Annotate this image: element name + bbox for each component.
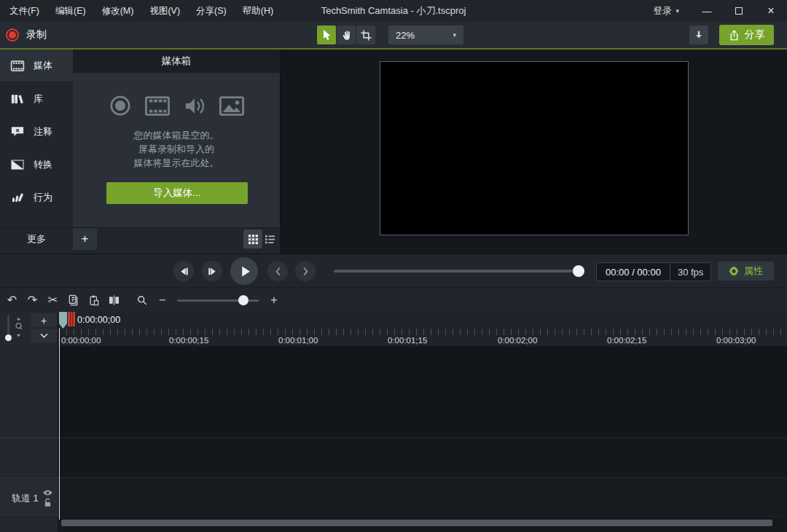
close-button[interactable]: × xyxy=(755,0,787,22)
add-media-button[interactable]: + xyxy=(73,228,97,250)
hand-icon xyxy=(341,30,352,41)
select-tool-button[interactable] xyxy=(317,26,336,44)
sidebar-more-button[interactable]: 更多 xyxy=(0,227,73,254)
track1-lane[interactable] xyxy=(58,477,787,517)
minimize-icon: — xyxy=(702,6,712,17)
menu-file[interactable]: 文件(F) xyxy=(1,0,47,22)
login-menu[interactable]: 登录 ▾ xyxy=(641,5,691,17)
timeline: + 轨道 1 0:00:00;00 0:00:00;15 0:0 xyxy=(0,312,787,532)
playback-bar: 00:00 / 00:00 30 fps 属性 xyxy=(0,254,787,287)
plus-icon: + xyxy=(82,232,89,246)
next-frame-button[interactable] xyxy=(202,261,222,281)
sidebar-item-label: 库 xyxy=(34,93,43,106)
crop-tool-button[interactable] xyxy=(356,26,375,44)
timecode-value: 00:00 / 00:00 xyxy=(597,263,670,281)
timeline-toolbar: ↶ ↷ ✂ − + xyxy=(0,287,787,312)
gear-icon xyxy=(729,266,739,276)
fps-value[interactable]: 30 fps xyxy=(670,263,710,281)
svg-text:a: a xyxy=(16,127,20,133)
edit-tools: ↶ ↷ ✂ xyxy=(4,288,122,313)
share-label: 分享 xyxy=(745,28,765,42)
import-media-button[interactable]: 导入媒体... xyxy=(106,182,248,204)
sidebar-item-annotations[interactable]: a 注释 xyxy=(0,115,73,148)
seek-slider-thumb[interactable] xyxy=(573,265,584,277)
split-button[interactable] xyxy=(106,292,122,309)
properties-button[interactable]: 属性 xyxy=(718,262,774,281)
scissors-icon: ✂ xyxy=(48,294,58,306)
list-view-button[interactable] xyxy=(261,230,280,249)
add-track-button[interactable]: + xyxy=(31,313,57,327)
menu-help[interactable]: 帮助(H) xyxy=(235,0,281,22)
sidebar-item-media[interactable]: 媒体 xyxy=(0,50,73,82)
main-area: 媒体 库 a 注释 转换 xyxy=(0,50,787,254)
copy-button[interactable] xyxy=(66,292,81,309)
empty-text-line: 您的媒体箱是空的。 xyxy=(73,128,280,142)
chevron-left-icon xyxy=(275,267,281,276)
menu-share[interactable]: 分享(S) xyxy=(188,0,235,22)
selection-marker[interactable] xyxy=(68,312,75,329)
horizontal-scrollbar-thumb[interactable] xyxy=(61,520,772,526)
redo-button[interactable]: ↷ xyxy=(25,292,40,309)
editing-canvas[interactable] xyxy=(380,61,689,235)
zoom-in-button[interactable]: + xyxy=(270,294,277,306)
undo-button[interactable]: ↶ xyxy=(4,292,20,309)
image-icon xyxy=(219,96,244,116)
grid-view-button[interactable] xyxy=(243,230,262,249)
zoom-level-select[interactable]: 22% ▾ xyxy=(388,26,463,44)
next-marker-button[interactable] xyxy=(295,261,316,281)
seek-slider[interactable] xyxy=(334,270,583,273)
sidebar-item-library[interactable]: 库 xyxy=(0,82,73,115)
track-name: 轨道 1 xyxy=(12,492,39,505)
sidebar-item-label: 媒体 xyxy=(34,59,52,72)
sidebar-item-behaviors[interactable]: 行为 xyxy=(0,181,73,214)
playhead-line[interactable] xyxy=(59,328,60,520)
preview-area xyxy=(281,50,787,254)
sidebar-item-transitions[interactable]: 转换 xyxy=(0,148,73,181)
maximize-icon xyxy=(735,7,743,15)
empty-text-line: 屏幕录制和导入的 xyxy=(73,142,280,156)
pan-tool-button[interactable] xyxy=(337,26,356,44)
track-lock-button[interactable] xyxy=(44,498,52,511)
canvas-tools xyxy=(317,26,375,44)
chevron-down-icon: ▾ xyxy=(676,8,679,15)
record-label: 录制 xyxy=(26,28,47,42)
play-button[interactable] xyxy=(230,257,258,285)
paste-icon xyxy=(89,294,99,306)
menu-modify[interactable]: 修改(M) xyxy=(94,0,142,22)
cut-button[interactable]: ✂ xyxy=(45,292,60,309)
library-icon xyxy=(9,93,26,104)
sidebar-item-label: 转换 xyxy=(34,158,52,171)
paste-button[interactable] xyxy=(86,292,101,309)
zoom-level-value: 22% xyxy=(396,30,415,41)
crop-icon xyxy=(361,30,372,41)
timeline-ruler[interactable]: 0:00:00;00 0:00:00;15 0:00:01;00 0:00:01… xyxy=(58,312,787,346)
ruler-label: 0:00:02;15 xyxy=(607,336,646,345)
track-height-thumb[interactable] xyxy=(5,335,12,341)
timeline-zoom-slider[interactable] xyxy=(177,300,259,302)
download-button[interactable] xyxy=(689,26,708,44)
zoom-out-button[interactable]: − xyxy=(159,294,165,306)
horizontal-scrollbar[interactable] xyxy=(58,520,787,527)
track-height-slider[interactable] xyxy=(7,315,9,341)
download-icon xyxy=(694,30,704,40)
ruler-label: 0:00:00;00 xyxy=(61,336,101,345)
track-divider xyxy=(0,437,58,438)
timeline-zoom-thumb[interactable] xyxy=(238,295,248,305)
eye-icon xyxy=(42,489,53,496)
media-bin-title: 媒体箱 xyxy=(162,55,192,68)
menu-edit[interactable]: 编辑(E) xyxy=(47,0,94,22)
previous-frame-button[interactable] xyxy=(173,261,194,281)
timeline-tracks-area xyxy=(58,346,787,518)
record-button[interactable]: 录制 xyxy=(6,25,47,45)
minimize-button[interactable]: — xyxy=(691,0,723,22)
maximize-button[interactable] xyxy=(723,0,755,22)
collapse-tracks-button[interactable] xyxy=(31,329,57,343)
track1-header[interactable]: 轨道 1 xyxy=(0,477,58,517)
recording-icon xyxy=(109,95,131,117)
export-icon xyxy=(729,30,740,41)
menu-view[interactable]: 视图(V) xyxy=(141,0,188,22)
share-button[interactable]: 分享 xyxy=(719,25,774,45)
previous-marker-button[interactable] xyxy=(267,261,288,281)
toolbar: 录制 22% ▾ 分享 xyxy=(0,22,787,48)
sidebar-item-label: 行为 xyxy=(34,191,52,204)
